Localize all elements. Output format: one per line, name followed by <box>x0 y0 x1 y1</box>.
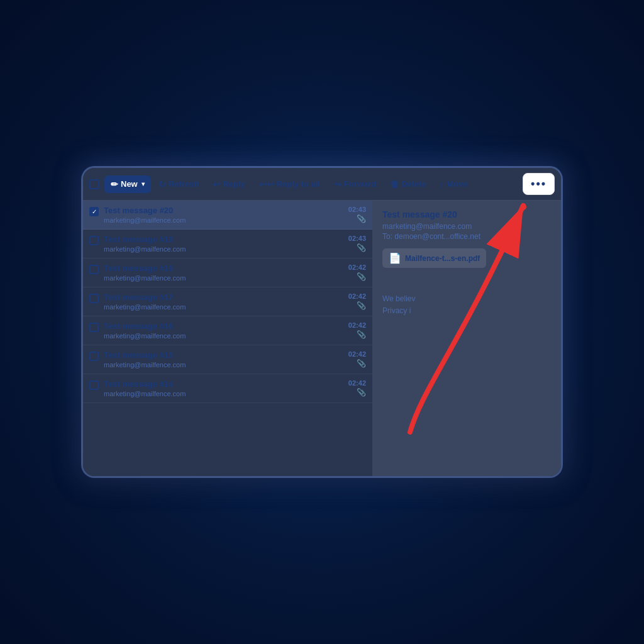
row-checkbox[interactable] <box>89 265 99 274</box>
email-meta: 02:42📎 <box>348 350 366 368</box>
attachment-filename: Mailfence-t...s-en.pdf <box>405 254 480 263</box>
email-time: 02:42 <box>348 321 366 329</box>
reply-all-icon: ↩↩ <box>259 179 274 189</box>
email-info: Test message #17marketing@mailfence.com <box>104 292 343 311</box>
reply-all-button[interactable]: ↩↩ Reply to all <box>253 175 326 193</box>
refresh-label: Refresh <box>169 179 199 189</box>
email-info: Test message #18marketing@mailfence.com <box>104 264 343 282</box>
preview-subject: Test message #20 <box>382 209 551 219</box>
email-info: Test message #15marketing@mailfence.com <box>104 350 343 369</box>
email-row[interactable]: Test message #16marketing@mailfence.com0… <box>83 316 372 345</box>
forward-icon: ↪ <box>334 179 341 189</box>
attachment-icon: 📎 <box>357 359 366 368</box>
email-subject: Test message #20 <box>104 206 343 215</box>
new-button[interactable]: ✏ New ▾ <box>104 175 151 193</box>
email-subject: Test message #18 <box>104 264 343 273</box>
email-meta: 02:42📎 <box>348 292 366 310</box>
email-time: 02:42 <box>348 350 366 358</box>
forward-button[interactable]: ↪ Forward <box>328 175 382 193</box>
app-window: ✏ New ▾ ↻ Refresh ↩ Reply ↩↩ Reply to al… <box>83 168 561 476</box>
reply-all-label: Reply to all <box>277 179 320 189</box>
new-label: New <box>121 179 138 189</box>
more-button[interactable]: ••• <box>523 173 555 195</box>
attachment-icon: 📎 <box>357 388 366 397</box>
preview-body: We believ Privacy i <box>382 293 551 317</box>
attachment-icon: 📎 <box>357 214 366 223</box>
email-list: ✓Test message #20marketing@mailfence.com… <box>83 201 372 476</box>
reply-icon: ↩ <box>213 179 220 189</box>
forward-label: Forward <box>344 179 376 189</box>
email-sender: marketing@mailfence.com <box>104 390 343 397</box>
preview-from: marketing@mailfence.com <box>382 222 551 231</box>
email-info: Test message #14marketing@mailfence.com <box>104 379 343 397</box>
move-icon: ↑ <box>440 179 444 189</box>
email-time: 02:42 <box>348 379 366 387</box>
toolbar: ✏ New ▾ ↻ Refresh ↩ Reply ↩↩ Reply to al… <box>83 168 561 201</box>
email-info: Test message #16marketing@mailfence.com <box>104 321 343 340</box>
preview-pane: Test message #20 marketing@mailfence.com… <box>372 201 561 476</box>
email-row[interactable]: Test message #19marketing@mailfence.com0… <box>83 230 372 258</box>
email-subject: Test message #17 <box>104 292 343 302</box>
preview-body-line2: Privacy i <box>382 305 551 317</box>
attachment-icon: 📎 <box>357 301 366 310</box>
row-checkbox[interactable] <box>89 352 99 361</box>
row-checkbox[interactable]: ✓ <box>89 207 99 216</box>
delete-icon: 🗑 <box>390 179 399 189</box>
email-meta: 02:43📎 <box>348 206 366 223</box>
move-button[interactable]: ↑ Move <box>433 175 474 193</box>
preview-to: To: demoen@cont...office.net <box>382 232 551 241</box>
email-time: 02:43 <box>348 206 366 213</box>
preview-attachment[interactable]: 📄 Mailfence-t...s-en.pdf <box>382 248 486 268</box>
row-checkbox[interactable] <box>89 294 99 303</box>
attachment-icon: 📎 <box>357 272 366 281</box>
email-sender: marketing@mailfence.com <box>104 332 343 340</box>
email-meta: 02:42📎 <box>348 264 366 281</box>
email-time: 02:42 <box>348 264 366 271</box>
email-row[interactable]: Test message #17marketing@mailfence.com0… <box>83 287 372 316</box>
preview-body-line1: We believ <box>382 293 551 305</box>
row-checkbox[interactable] <box>89 236 99 245</box>
refresh-button[interactable]: ↻ Refresh <box>152 175 205 193</box>
reply-label: Reply <box>223 179 245 189</box>
dropdown-arrow-icon: ▾ <box>142 180 145 187</box>
delete-button[interactable]: 🗑 Delete <box>384 175 432 193</box>
email-subject: Test message #19 <box>104 235 343 244</box>
email-subject: Test message #15 <box>104 350 343 360</box>
select-all-checkbox[interactable] <box>89 179 99 189</box>
row-checkbox[interactable] <box>89 380 99 390</box>
email-sender: marketing@mailfence.com <box>104 303 343 311</box>
email-time: 02:43 <box>348 235 366 242</box>
email-subject: Test message #14 <box>104 379 343 389</box>
row-checkbox[interactable] <box>89 323 99 332</box>
delete-label: Delete <box>401 179 426 189</box>
attachment-icon: 📎 <box>357 243 366 252</box>
email-meta: 02:43📎 <box>348 235 366 252</box>
email-meta: 02:42📎 <box>348 379 366 397</box>
pencil-icon: ✏ <box>111 179 118 189</box>
email-time: 02:42 <box>348 292 366 300</box>
email-subject: Test message #16 <box>104 321 343 331</box>
content-area: ✓Test message #20marketing@mailfence.com… <box>83 201 561 476</box>
email-row[interactable]: ✓Test message #20marketing@mailfence.com… <box>83 201 372 230</box>
email-sender: marketing@mailfence.com <box>104 245 343 253</box>
email-sender: marketing@mailfence.com <box>104 216 343 224</box>
reply-button[interactable]: ↩ Reply <box>206 175 251 193</box>
attachment-icon: 📎 <box>357 330 366 339</box>
email-sender: marketing@mailfence.com <box>104 274 343 282</box>
email-row[interactable]: Test message #15marketing@mailfence.com0… <box>83 345 372 374</box>
email-meta: 02:42📎 <box>348 321 366 339</box>
email-info: Test message #19marketing@mailfence.com <box>104 235 343 253</box>
more-dots: ••• <box>531 177 547 191</box>
move-label: Move <box>447 179 467 189</box>
email-row[interactable]: Test message #14marketing@mailfence.com0… <box>83 374 372 403</box>
email-sender: marketing@mailfence.com <box>104 361 343 369</box>
refresh-icon: ↻ <box>158 179 166 189</box>
pdf-icon: 📄 <box>389 252 401 264</box>
email-info: Test message #20marketing@mailfence.com <box>104 206 343 224</box>
email-row[interactable]: Test message #18marketing@mailfence.com0… <box>83 258 372 287</box>
